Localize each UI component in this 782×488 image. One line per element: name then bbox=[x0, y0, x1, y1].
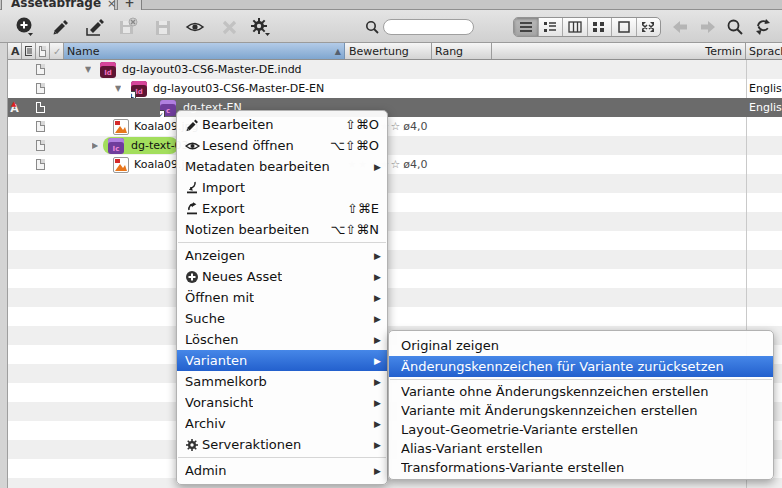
submenu-item-variante-mit-kennzeichen[interactable]: Variante mit Änderungskennzeichen erstel… bbox=[389, 401, 773, 420]
context-menu: Bearbeiten ⇧⌘O Lesend öffnen ⌥⇧⌘O Metada… bbox=[176, 110, 388, 485]
column-bewertung-label: Bewertung bbox=[349, 45, 409, 58]
submenu-arrow-icon: ▶ bbox=[368, 466, 381, 476]
annotation-flag-icon: ▲A bbox=[8, 101, 21, 115]
eye-icon bbox=[184, 16, 206, 38]
menu-item-bearbeiten[interactable]: Bearbeiten ⇧⌘O bbox=[177, 114, 387, 135]
column-name[interactable]: Name ▲ bbox=[64, 43, 345, 59]
view-button[interactable] bbox=[184, 16, 206, 38]
submenu-item-variante-ohne-kennzeichen[interactable]: Variante ohne Änderungskennzeichen erste… bbox=[389, 382, 773, 401]
rating-star-empty[interactable]: ☆ bbox=[390, 158, 400, 171]
menu-item-lesend-oeffnen[interactable]: Lesend öffnen ⌥⇧⌘O bbox=[177, 135, 387, 156]
column-annotation[interactable]: A bbox=[8, 43, 22, 59]
menu-item-oeffnen-mit[interactable]: Öffnen mit ▶ bbox=[177, 287, 387, 308]
back-button[interactable] bbox=[670, 19, 690, 39]
page-icon bbox=[36, 140, 45, 151]
save-button[interactable] bbox=[152, 16, 174, 38]
submenu-arrow-icon: ▶ bbox=[368, 314, 381, 324]
menu-item-admin[interactable]: Admin ▶ bbox=[177, 460, 387, 481]
rating-star-empty[interactable]: ☆ bbox=[390, 120, 400, 133]
search-input[interactable] bbox=[383, 19, 474, 35]
delete-button[interactable] bbox=[219, 16, 241, 38]
menu-item-anzeigen[interactable]: Anzeigen ▶ bbox=[177, 245, 387, 266]
menu-item-export[interactable]: Export ⇧⌘E bbox=[177, 198, 387, 219]
submenu-item-layout-geometrie-variante[interactable]: Layout-Geometrie-Variante erstellen bbox=[389, 420, 773, 439]
toolbar bbox=[0, 10, 782, 43]
table-left-gutter bbox=[0, 43, 8, 488]
actions-button[interactable] bbox=[249, 16, 271, 38]
asset-name: dg-layout03-CS6-Master-DE.indd bbox=[122, 63, 302, 76]
expander-icon[interactable]: ▼ bbox=[115, 84, 121, 93]
menu-item-voransicht[interactable]: Voransicht ▶ bbox=[177, 392, 387, 413]
check-column-icon: ✓ bbox=[53, 46, 61, 57]
new-asset-button[interactable] bbox=[14, 16, 36, 38]
view-grid-button[interactable] bbox=[588, 18, 613, 36]
menu-item-notizen-bearbeiten[interactable]: Notizen bearbeiten ⌥⇧⌘N bbox=[177, 219, 387, 240]
image-file-icon bbox=[113, 119, 129, 135]
language-value: Englisch bbox=[749, 101, 782, 114]
column-sprache[interactable]: Sprache bbox=[746, 43, 782, 59]
submenu-item-aenderungskennzeichen-zuruecksetzen[interactable]: Änderungskennzeichen für Variante zurück… bbox=[389, 356, 773, 377]
submenu-item-original-zeigen[interactable]: Original zeigen bbox=[389, 335, 773, 356]
page-icon bbox=[36, 121, 45, 132]
menu-item-varianten[interactable]: Varianten ▶ bbox=[177, 350, 387, 371]
menu-item-suche[interactable]: Suche ▶ bbox=[177, 308, 387, 329]
view-columns-button[interactable] bbox=[563, 18, 588, 36]
save-icon bbox=[152, 16, 174, 38]
tab-new[interactable]: + bbox=[117, 0, 142, 10]
submenu-arrow-icon: ▶ bbox=[368, 398, 381, 408]
page-icon bbox=[36, 102, 45, 113]
column-page[interactable] bbox=[36, 43, 50, 59]
expand-icon bbox=[641, 21, 655, 33]
expander-icon[interactable]: ▼ bbox=[85, 65, 91, 74]
table-row-selected[interactable]: ▲A c✓ dg-text-EN Englisch bbox=[8, 98, 782, 117]
forward-button[interactable] bbox=[698, 19, 718, 39]
menu-item-neues-asset[interactable]: Neues Asset ▶ bbox=[177, 266, 387, 287]
submenu-arrow-icon: ▶ bbox=[368, 419, 381, 429]
submenu-item-alias-variant[interactable]: Alias-Variant erstellen bbox=[389, 439, 773, 458]
gear-icon bbox=[185, 437, 202, 452]
expander-icon[interactable]: ▶ bbox=[92, 141, 98, 150]
search-button[interactable] bbox=[726, 18, 744, 40]
column-termin[interactable]: Termin bbox=[492, 43, 746, 59]
edit-metadata-button[interactable] bbox=[84, 16, 106, 38]
submenu-arrow-icon: ▶ bbox=[368, 377, 381, 387]
column-bewertung[interactable]: Bewertung bbox=[346, 43, 432, 59]
export-icon bbox=[185, 201, 202, 216]
edit-button[interactable] bbox=[49, 16, 71, 38]
layout-badge: L bbox=[131, 91, 136, 99]
menu-item-import[interactable]: Import bbox=[177, 177, 387, 198]
pencil-icon bbox=[49, 16, 71, 38]
menu-item-metadaten-bearbeiten[interactable]: Metadaten bearbeiten ▶ bbox=[177, 156, 387, 177]
menu-item-serveraktionen[interactable]: Serveraktionen ▶ bbox=[177, 434, 387, 455]
menu-item-sammelkorb[interactable]: Sammelkorb ▶ bbox=[177, 371, 387, 392]
view-list-button[interactable] bbox=[514, 18, 539, 36]
a-column-icon: A bbox=[11, 45, 20, 58]
x-icon bbox=[219, 16, 241, 38]
table-row[interactable]: Koala09.jpg ★★★★☆ø4,0 bbox=[8, 117, 782, 136]
incopy-file-icon: Ic bbox=[108, 138, 124, 154]
column-rang[interactable]: Rang bbox=[432, 43, 492, 59]
menu-item-loeschen[interactable]: Löschen ▶ bbox=[177, 329, 387, 350]
table-row[interactable]: ▼ Id dg-layout03-CS6-Master-DE.indd bbox=[8, 60, 782, 79]
submenu-arrow-icon: ▶ bbox=[368, 272, 381, 282]
table-row[interactable]: Koala09.jpg ★★★★☆ø4,0 bbox=[8, 155, 782, 174]
varianten-submenu: Original zeigen Änderungskennzeichen für… bbox=[388, 330, 774, 480]
discard-checkin-button[interactable] bbox=[117, 16, 139, 38]
refresh-button[interactable] bbox=[754, 18, 772, 40]
rating-average: ø4,0 bbox=[403, 158, 427, 171]
menu-item-archiv[interactable]: Archiv ▶ bbox=[177, 413, 387, 434]
view-details-button[interactable] bbox=[539, 18, 564, 36]
view-fit-button[interactable] bbox=[637, 18, 661, 36]
table-row[interactable]: ▶ Ic dg-text-03 bbox=[8, 136, 782, 155]
menu-separator bbox=[178, 457, 386, 458]
tab-assetquery[interactable]: Assetabfrage × bbox=[1, 0, 115, 10]
submenu-item-transformations-variante[interactable]: Transformations-Variante erstellen bbox=[389, 458, 773, 477]
view-single-button[interactable] bbox=[612, 18, 637, 36]
sort-ascending-icon: ▲ bbox=[335, 47, 341, 56]
column-list[interactable] bbox=[22, 43, 36, 59]
forward-arrow-icon bbox=[698, 19, 718, 35]
column-check[interactable]: ✓ bbox=[50, 43, 64, 59]
table-row[interactable]: ▼ IdL dg-layout03-CS6-Master-DE-EN Engli… bbox=[8, 79, 782, 98]
columns-icon bbox=[568, 21, 582, 33]
tab-close-icon[interactable]: × bbox=[107, 0, 116, 10]
